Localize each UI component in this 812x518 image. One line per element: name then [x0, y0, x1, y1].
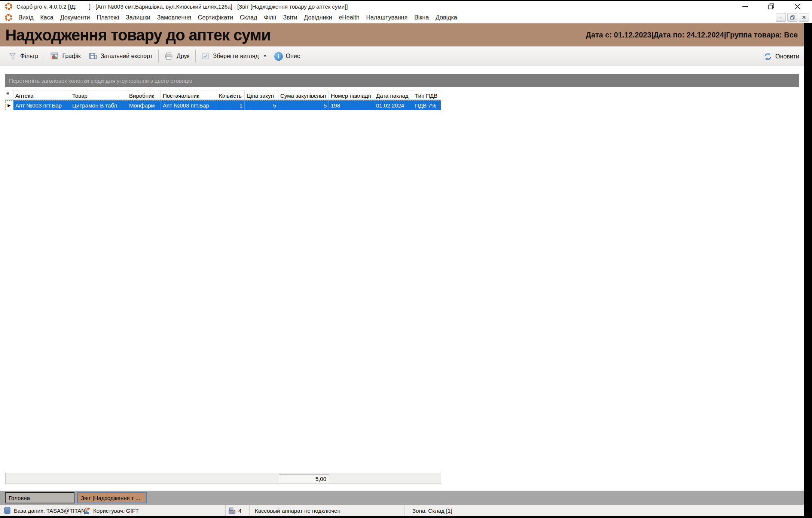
status-zone: Зона: Склад [1] — [405, 505, 804, 516]
menu-item-kasa[interactable]: Каса — [37, 14, 57, 21]
cell-purchase-price[interactable]: 5 — [245, 100, 278, 110]
status-cash-count: 4 — [226, 505, 250, 516]
cell-purchase-sum[interactable]: 5 — [278, 100, 329, 110]
restore-icon — [790, 15, 795, 20]
menu-item-help[interactable]: Довідка — [432, 14, 461, 21]
menu-item-warehouse[interactable]: Склад — [236, 14, 260, 21]
cell-quantity[interactable]: 1 — [217, 100, 245, 110]
refresh-button-label: Оновити — [775, 53, 799, 60]
print-button[interactable]: Друк — [161, 49, 193, 64]
close-icon: ✕ — [802, 15, 806, 20]
filter-button[interactable]: Фільтр — [4, 49, 42, 64]
user-icon — [83, 507, 90, 515]
menu-item-certificates[interactable]: Сертифікати — [195, 14, 236, 21]
tab-main[interactable]: Головна — [5, 492, 74, 503]
filter-button-label: Фільтр — [20, 53, 38, 60]
export-icon — [88, 52, 98, 61]
tab-main-label: Головна — [9, 495, 30, 501]
cell-product[interactable]: Цитрамон В табл. — [70, 100, 127, 110]
refresh-icon — [763, 52, 772, 61]
toolbar: Фільтр Графік Загальний експорт Друк — [0, 46, 804, 66]
chart-icon — [50, 52, 59, 61]
cell-manufacturer[interactable]: Монфарм — [127, 100, 161, 110]
group-by-panel[interactable]: Перетягніть заголовок колонки сюди для у… — [5, 74, 799, 87]
minimize-icon: – — [779, 15, 782, 20]
window-title: Скарб pro v. 4.0.0.2 [ІД: ] - [Апт №003 … — [16, 3, 348, 10]
cell-vat-type[interactable]: ПДВ 7% — [413, 100, 441, 110]
column-header-purchase-price[interactable]: Ціна закуп — [245, 91, 278, 100]
description-button[interactable]: i Опис — [271, 49, 304, 64]
save-view-button[interactable]: Зберегти вигляд ▼ — [198, 49, 271, 64]
menu-item-windows[interactable]: Вікна — [411, 14, 432, 21]
status-user: Користувач: GIFT — [80, 505, 226, 516]
tab-report-active[interactable]: Звіт [Надходження т ... — [77, 492, 147, 503]
menu-item-settings[interactable]: Налаштування — [363, 14, 411, 21]
close-button[interactable] — [790, 1, 805, 12]
title-bar: Скарб pro v. 4.0.0.2 [ІД: ] - [Апт №003 … — [0, 1, 812, 12]
column-header-purchase-sum[interactable]: Сума закупівельн — [278, 91, 329, 100]
column-header-invoice-date[interactable]: Дата наклад — [374, 91, 413, 100]
column-header-manufacturer[interactable]: Виробник — [127, 91, 161, 100]
menu-item-reports[interactable]: Звіти — [280, 14, 300, 21]
column-header-supplier[interactable]: Постачальник — [161, 91, 217, 100]
filter-icon — [8, 52, 17, 61]
mdi-minimize-button[interactable]: – — [776, 13, 786, 22]
export-button-label: Загальний експорт — [101, 53, 153, 60]
chart-button[interactable]: Графік — [46, 49, 84, 64]
menu-item-orders[interactable]: Замовлення — [154, 14, 195, 21]
export-button[interactable]: Загальний експорт — [85, 49, 156, 64]
cell-pharmacy[interactable]: Апт №003 пгт.Бар — [13, 100, 70, 110]
description-button-label: Опис — [286, 53, 300, 60]
mdi-close-button[interactable]: ✕ — [799, 13, 809, 22]
report-filter-summary: Дата с: 01.12.2023|Дата по: 24.12.2024|Г… — [586, 31, 798, 39]
print-icon — [164, 52, 174, 61]
cell-invoice-date[interactable]: 01.02.2024 — [374, 100, 413, 110]
status-zone-label: Зона: Склад [1] — [412, 508, 452, 514]
menu-bar: Вихід Каса Документи Платежі Залишки Зам… — [0, 12, 812, 23]
mdi-window-controls: – ✕ — [776, 13, 809, 22]
mdi-restore-button[interactable] — [787, 13, 797, 22]
menu-item-documents[interactable]: Документи — [57, 14, 94, 21]
menu-item-branches[interactable]: Філії — [260, 14, 280, 21]
status-cash-register-label: Кассовый аппарат не подключен — [255, 508, 341, 514]
restore-icon — [768, 3, 774, 9]
cell-supplier[interactable]: Апт №003 пгт.Бар — [161, 100, 217, 110]
menu-item-directories[interactable]: Довідники — [300, 14, 335, 21]
minimize-button[interactable] — [738, 1, 752, 12]
menu-item-ehealth[interactable]: eHealth — [335, 14, 363, 21]
cash-register-icon — [228, 507, 236, 514]
save-view-button-label: Зберегти вигляд — [213, 53, 259, 60]
toolbar-separator — [195, 50, 196, 63]
column-header-product[interactable]: Товар — [70, 91, 127, 100]
refresh-button[interactable]: Оновити — [763, 46, 799, 66]
column-header-quantity[interactable]: Кількість — [217, 91, 245, 100]
grid-summary-footer: 5,00 — [5, 473, 441, 484]
report-header: Надходження товару до аптек суми Дата с:… — [0, 23, 804, 46]
data-grid: ≡ Аптека Товар Виробник Постачальник Кіл… — [5, 91, 441, 110]
status-cash-count-label: 4 — [238, 508, 241, 514]
app-logo-icon — [4, 13, 13, 22]
grid-header-row: ≡ Аптека Товар Виробник Постачальник Кіл… — [5, 91, 441, 100]
menu-item-exit[interactable]: Вихід — [15, 14, 37, 21]
restore-button[interactable] — [764, 1, 778, 12]
column-header-invoice-number[interactable]: Номер накладн — [329, 91, 374, 100]
status-database-label: База даних: TASA3@TITAN — [14, 508, 85, 514]
summary-purchase-sum: 5,00 — [279, 474, 329, 483]
cell-invoice-number[interactable]: 198 — [329, 100, 374, 110]
report-title: Надходження товару до аптек суми — [5, 26, 271, 44]
chevron-down-icon[interactable]: ▼ — [263, 54, 267, 58]
column-header-vat-type[interactable]: Тип ПДВ — [413, 91, 441, 100]
column-header-pharmacy[interactable]: Аптека — [13, 91, 70, 100]
info-icon: i — [274, 52, 283, 61]
tab-report-label: Звіт [Надходження т ... — [81, 495, 140, 501]
table-row-selected[interactable]: ▶ Апт №003 пгт.Бар Цитрамон В табл. Монф… — [5, 100, 441, 110]
menu-item-payments[interactable]: Платежі — [94, 14, 123, 21]
status-database: База даних: TASA3@TITAN — [0, 505, 80, 516]
toolbar-separator — [158, 50, 159, 63]
menu-item-stock[interactable]: Залишки — [122, 14, 154, 21]
toolbar-separator — [44, 50, 44, 63]
row-indicator-icon: ▶ — [5, 100, 13, 110]
bottom-tab-bar: Головна Звіт [Надходження т ... — [0, 491, 804, 505]
print-button-label: Друк — [177, 53, 190, 60]
status-bar: База даних: TASA3@TITAN Користувач: GIFT… — [0, 505, 804, 516]
